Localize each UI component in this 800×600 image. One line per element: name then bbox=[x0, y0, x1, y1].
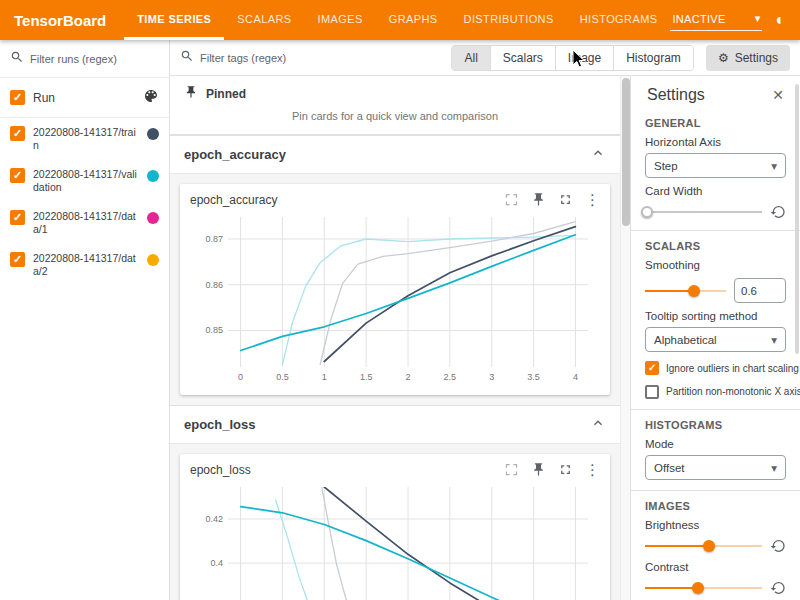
run-checkbox[interactable] bbox=[10, 126, 25, 141]
caret-down-icon: ▾ bbox=[755, 12, 761, 25]
settings-toggle-button[interactable]: ⚙ Settings bbox=[706, 45, 790, 71]
tag-filter bbox=[180, 49, 439, 66]
card-width-slider[interactable] bbox=[645, 205, 762, 219]
cards-area: Pinned Pin cards for a quick view and co… bbox=[170, 76, 620, 600]
search-icon bbox=[10, 50, 24, 67]
smoothing-input[interactable] bbox=[734, 278, 786, 303]
status-dropdown[interactable]: INACTIVE ▾ bbox=[670, 9, 762, 31]
filter-all-button[interactable]: All bbox=[452, 46, 489, 70]
epoch-loss-chart[interactable]: 0.360.380.40.42 bbox=[190, 481, 600, 600]
chevron-up-icon[interactable] bbox=[590, 145, 606, 164]
run-row-data-2[interactable]: 20220808-141317/data/2 bbox=[0, 244, 169, 286]
run-color-dot bbox=[147, 128, 159, 140]
run-row-data-1[interactable]: 20220808-141317/data/1 bbox=[0, 202, 169, 244]
svg-text:0.87: 0.87 bbox=[205, 234, 223, 244]
runs-header-row: Run bbox=[0, 78, 169, 118]
svg-text:3: 3 bbox=[489, 372, 494, 382]
tag-section-epoch-accuracy: epoch_accuracy epoch_accuracy bbox=[170, 135, 620, 405]
tab-scalars[interactable]: SCALARS bbox=[224, 0, 304, 40]
slider-thumb[interactable] bbox=[692, 582, 704, 594]
tab-distributions[interactable]: DISTRIBUTIONS bbox=[451, 0, 567, 40]
run-row-train[interactable]: 20220808-141317/train bbox=[0, 118, 169, 160]
svg-text:2.5: 2.5 bbox=[444, 372, 457, 382]
run-filter-input[interactable] bbox=[30, 53, 159, 65]
ignore-outliers-checkbox[interactable] bbox=[645, 361, 659, 375]
tag-section-header[interactable]: epoch_loss bbox=[170, 405, 620, 444]
close-icon[interactable]: ✕ bbox=[772, 87, 784, 103]
general-section-label: GENERAL bbox=[645, 117, 786, 129]
tooltip-sorting-value: Alphabetical bbox=[654, 334, 717, 346]
tag-filter-input[interactable] bbox=[200, 52, 439, 64]
run-checkbox[interactable] bbox=[10, 168, 25, 183]
run-filter bbox=[0, 40, 169, 78]
run-checkbox[interactable] bbox=[10, 210, 25, 225]
chart-card-title: epoch_loss bbox=[190, 463, 251, 477]
pin-icon bbox=[184, 85, 198, 102]
epoch-accuracy-chart[interactable]: 00.511.522.533.540.850.860.87 bbox=[190, 211, 600, 387]
runs-header-label: Run bbox=[33, 91, 135, 105]
partition-x-label: Partition non-monotonic X axis bbox=[666, 386, 800, 397]
fit-domain-icon[interactable] bbox=[504, 462, 519, 477]
smoothing-slider[interactable] bbox=[645, 284, 726, 298]
run-name: 20220808-141317/data/1 bbox=[33, 210, 139, 236]
pin-card-icon[interactable] bbox=[531, 462, 546, 477]
slider-thumb[interactable] bbox=[703, 540, 715, 552]
gear-icon: ⚙ bbox=[718, 51, 729, 65]
settings-scrollbar[interactable] bbox=[794, 80, 800, 600]
slider-thumb[interactable] bbox=[641, 206, 653, 218]
fullscreen-icon[interactable] bbox=[558, 462, 573, 477]
theme-toggle-icon[interactable]: ◐ bbox=[775, 12, 785, 28]
settings-panel-title: Settings bbox=[647, 86, 705, 104]
palette-icon[interactable] bbox=[143, 88, 159, 107]
main-scrollbar[interactable] bbox=[620, 76, 630, 600]
reset-brightness-icon[interactable] bbox=[770, 538, 786, 554]
chevron-up-icon[interactable] bbox=[590, 415, 606, 434]
reset-card-width-icon[interactable] bbox=[770, 204, 786, 220]
scrollbar-thumb[interactable] bbox=[795, 84, 799, 354]
tag-section-header[interactable]: epoch_accuracy bbox=[170, 135, 620, 174]
filter-histogram-button[interactable]: Histogram bbox=[613, 46, 693, 70]
pinned-hint: Pin cards for a quick view and compariso… bbox=[170, 106, 620, 134]
svg-text:3.5: 3.5 bbox=[527, 372, 540, 382]
caret-down-icon: ▾ bbox=[771, 461, 777, 475]
contrast-label: Contrast bbox=[645, 561, 786, 573]
chart-card-epoch-loss: epoch_loss ⋮ 0.360.380.40. bbox=[180, 454, 610, 600]
tab-histograms[interactable]: HISTOGRAMS bbox=[567, 0, 671, 40]
fullscreen-icon[interactable] bbox=[558, 192, 573, 207]
svg-text:0.85: 0.85 bbox=[205, 325, 223, 335]
partition-x-checkbox[interactable] bbox=[645, 385, 659, 399]
run-row-validation[interactable]: 20220808-141317/validation bbox=[0, 160, 169, 202]
contrast-slider[interactable] bbox=[645, 581, 762, 595]
search-icon bbox=[180, 49, 194, 66]
fit-domain-icon[interactable] bbox=[504, 192, 519, 207]
tooltip-sorting-select[interactable]: Alphabetical ▾ bbox=[645, 327, 786, 352]
divider bbox=[631, 409, 800, 410]
svg-text:0.5: 0.5 bbox=[276, 372, 289, 382]
tag-section-title: epoch_loss bbox=[184, 417, 256, 432]
select-all-runs-checkbox[interactable] bbox=[10, 90, 25, 105]
filter-scalars-button[interactable]: Scalars bbox=[490, 46, 555, 70]
header-actions: INACTIVE ▾ ◐ ⚙ ? bbox=[670, 9, 800, 31]
reset-contrast-icon[interactable] bbox=[770, 580, 786, 596]
horizontal-axis-select[interactable]: Step ▾ bbox=[645, 153, 786, 178]
more-options-icon[interactable]: ⋮ bbox=[585, 192, 600, 207]
svg-text:1.5: 1.5 bbox=[360, 372, 373, 382]
run-checkbox[interactable] bbox=[10, 252, 25, 267]
histogram-mode-select[interactable]: Offset ▾ bbox=[645, 455, 786, 480]
tab-graphs[interactable]: GRAPHS bbox=[376, 0, 451, 40]
svg-text:2: 2 bbox=[405, 372, 410, 382]
brightness-slider[interactable] bbox=[645, 539, 762, 553]
tooltip-sorting-label: Tooltip sorting method bbox=[645, 310, 786, 322]
tab-time-series[interactable]: TIME SERIES bbox=[124, 0, 224, 40]
caret-down-icon: ▾ bbox=[771, 333, 777, 347]
pinned-section: Pinned Pin cards for a quick view and co… bbox=[170, 76, 620, 135]
slider-thumb[interactable] bbox=[688, 285, 700, 297]
ignore-outliers-label: Ignore outliers in chart scaling bbox=[666, 363, 799, 374]
tab-images[interactable]: IMAGES bbox=[304, 0, 375, 40]
scrollbar-thumb[interactable] bbox=[622, 78, 630, 226]
svg-text:0.42: 0.42 bbox=[205, 514, 223, 524]
more-options-icon[interactable]: ⋮ bbox=[585, 462, 600, 477]
pin-card-icon[interactable] bbox=[531, 192, 546, 207]
mouse-cursor bbox=[572, 49, 586, 69]
run-color-dot bbox=[147, 170, 159, 182]
